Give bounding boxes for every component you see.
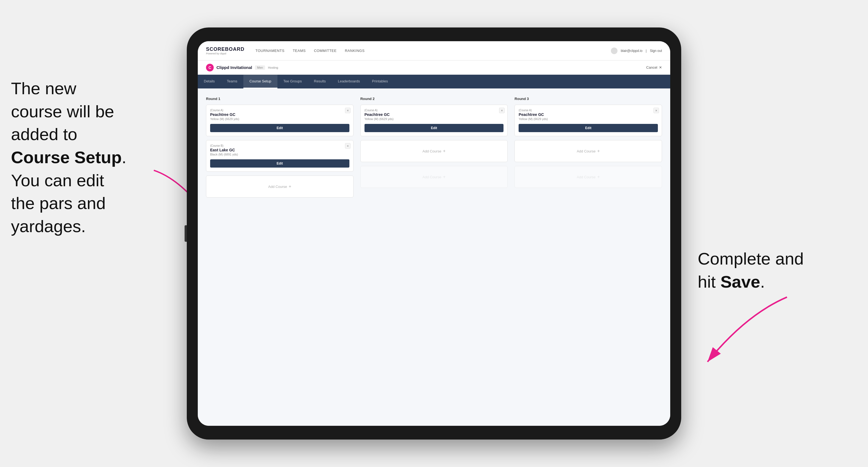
- round3-course-a-edit-button[interactable]: Edit: [519, 124, 658, 132]
- round2-course-a-card: ✕ (Course A) Peachtree GC Yellow (M) (66…: [361, 105, 508, 136]
- round2-course-a-delete-icon[interactable]: ✕: [499, 108, 505, 113]
- round1-course-b-label: (Course B): [210, 144, 349, 147]
- cancel-area[interactable]: Cancel ✕: [646, 65, 662, 69]
- round2-add-course-disabled-text: Add Course +: [423, 175, 445, 179]
- tournament-name: Clippd Invitational: [216, 65, 252, 70]
- round3-add-course-disabled-text: Add Course +: [577, 175, 600, 179]
- round3-course-a-detail: Yellow (M) (6629 yds): [519, 117, 658, 121]
- nav-link-rankings[interactable]: RANKINGS: [345, 47, 365, 54]
- tournament-info: C Clippd Invitational Men Hosting: [206, 64, 278, 71]
- round2-add-course-active-text: Add Course +: [423, 149, 445, 154]
- scoreboard-logo: SCOREBOARD Powered by clippd: [206, 46, 245, 55]
- cancel-label[interactable]: Cancel: [646, 65, 657, 69]
- round1-add-course-button[interactable]: Add Course +: [206, 176, 353, 197]
- round1-course-b-edit-button[interactable]: Edit: [210, 159, 349, 167]
- round1-course-b-detail: Black (M) (6891 yds): [210, 153, 349, 156]
- round3-course-a-name: Peachtree GC: [519, 112, 658, 117]
- tab-teams[interactable]: Teams: [221, 75, 243, 89]
- round3-course-a-card: ✕ (Course A) Peachtree GC Yellow (M) (66…: [515, 105, 662, 136]
- main-content: Round 1 ✕ (Course A) Peachtree GC Yellow…: [198, 89, 670, 426]
- round2-course-a-edit-button[interactable]: Edit: [365, 124, 504, 132]
- round1-course-b-name: East Lake GC: [210, 148, 349, 152]
- hosting-badge: Hosting: [268, 66, 278, 69]
- round1-course-b-delete-icon[interactable]: ✕: [345, 143, 350, 149]
- round-2-label: Round 2: [361, 97, 508, 101]
- round2-course-a-label: (Course A): [365, 109, 504, 112]
- round1-course-a-detail: Yellow (M) (6629 yds): [210, 117, 349, 121]
- powered-by-text: Powered by clippd: [206, 52, 245, 55]
- round3-course-a-label: (Course A): [519, 109, 658, 112]
- round-3-column: Round 3 ✕ (Course A) Peachtree GC Yellow…: [515, 97, 662, 201]
- nav-link-tournaments[interactable]: TOURNAMENTS: [255, 47, 285, 54]
- top-nav: SCOREBOARD Powered by clippd TOURNAMENTS…: [198, 41, 670, 60]
- round1-add-course-text: Add Course +: [268, 184, 291, 189]
- arrow-right-icon: [698, 291, 794, 374]
- round-1-label: Round 1: [206, 97, 353, 101]
- round3-add-course-active-text: Add Course +: [577, 149, 600, 154]
- tab-tee-groups[interactable]: Tee Groups: [277, 75, 308, 89]
- tab-details[interactable]: Details: [198, 75, 221, 89]
- nav-separator: |: [646, 49, 647, 53]
- tab-leaderboards[interactable]: Leaderboards: [332, 75, 366, 89]
- logo-text: SCOREBOARD: [206, 46, 245, 52]
- user-email: blair@clippd.io: [621, 49, 643, 53]
- tab-printables[interactable]: Printables: [366, 75, 394, 89]
- tablet-side-button: [185, 225, 187, 242]
- round2-add-course-disabled-button: Add Course +: [361, 166, 508, 188]
- close-icon[interactable]: ✕: [659, 65, 662, 69]
- round1-course-b-card: ✕ (Course B) East Lake GC Black (M) (689…: [206, 140, 353, 172]
- round2-course-a-name: Peachtree GC: [365, 112, 504, 117]
- top-nav-links: TOURNAMENTS TEAMS COMMITTEE RANKINGS: [255, 47, 611, 54]
- tablet-frame: SCOREBOARD Powered by clippd TOURNAMENTS…: [187, 28, 681, 439]
- round2-add-course-active-button[interactable]: Add Course +: [361, 140, 508, 162]
- sign-out-link[interactable]: Sign out: [650, 49, 662, 53]
- round1-course-a-edit-button[interactable]: Edit: [210, 124, 349, 132]
- brand-logo: C: [206, 64, 214, 71]
- round1-course-a-card: ✕ (Course A) Peachtree GC Yellow (M) (66…: [206, 105, 353, 136]
- nav-link-committee[interactable]: COMMITTEE: [314, 47, 337, 54]
- round3-add-course-active-button[interactable]: Add Course +: [515, 140, 662, 162]
- tablet-screen: SCOREBOARD Powered by clippd TOURNAMENTS…: [198, 41, 670, 426]
- nav-link-teams[interactable]: TEAMS: [293, 47, 306, 54]
- round1-course-a-name: Peachtree GC: [210, 112, 349, 117]
- sub-header: C Clippd Invitational Men Hosting Cancel…: [198, 60, 670, 75]
- nav-user: blair@clippd.io | Sign out: [611, 48, 662, 54]
- annotation-right: Complete and hit Save.: [698, 247, 857, 293]
- round3-add-course-disabled-button: Add Course +: [515, 166, 662, 188]
- round-3-label: Round 3: [515, 97, 662, 101]
- round1-course-a-label: (Course A): [210, 109, 349, 112]
- round2-course-a-detail: Yellow (M) (6629 yds): [365, 117, 504, 121]
- gender-badge: Men: [255, 65, 265, 70]
- round1-course-a-delete-icon[interactable]: ✕: [345, 108, 350, 113]
- round-1-column: Round 1 ✕ (Course A) Peachtree GC Yellow…: [206, 97, 353, 201]
- tab-results[interactable]: Results: [308, 75, 332, 89]
- tab-bar: Details Teams Course Setup Tee Groups Re…: [198, 75, 670, 89]
- round-2-column: Round 2 ✕ (Course A) Peachtree GC Yellow…: [361, 97, 508, 201]
- round3-course-a-delete-icon[interactable]: ✕: [653, 108, 659, 113]
- tab-course-setup[interactable]: Course Setup: [243, 75, 277, 89]
- avatar: [611, 48, 618, 54]
- rounds-grid: Round 1 ✕ (Course A) Peachtree GC Yellow…: [206, 97, 662, 201]
